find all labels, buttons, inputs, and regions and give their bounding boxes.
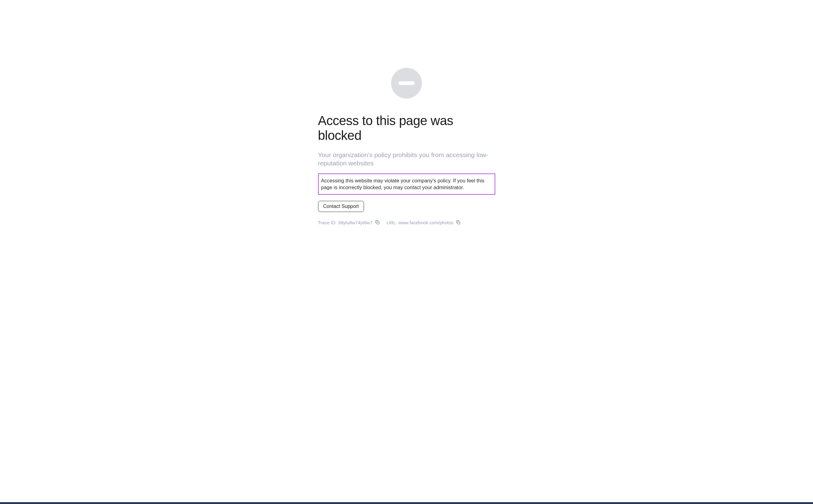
svg-rect-1 bbox=[458, 222, 460, 224]
url-label: URL: bbox=[387, 220, 398, 225]
page-subheading: Your organization's policy prohibits you… bbox=[318, 151, 495, 168]
blocked-page-container: Access to this page was blocked Your org… bbox=[0, 0, 813, 502]
copy-url-button[interactable] bbox=[456, 220, 461, 225]
description-highlight-box: Accessing this website may violate your … bbox=[318, 173, 495, 195]
copy-trace-id-button[interactable] bbox=[375, 220, 380, 225]
blocked-icon bbox=[391, 68, 422, 99]
copy-icon bbox=[375, 220, 380, 225]
trace-id-text: Trace ID: 38ytu8w74yt8w7 bbox=[318, 220, 372, 225]
svg-rect-0 bbox=[377, 222, 379, 224]
trace-id-value: 38ytu8w74yt8w7 bbox=[338, 220, 372, 225]
block-icon-wrapper bbox=[318, 68, 495, 99]
url-item: URL: www.facebook.com/photos bbox=[387, 220, 461, 225]
description-text: Accessing this website may violate your … bbox=[321, 177, 492, 191]
trace-id-label: Trace ID: bbox=[318, 220, 338, 225]
minus-icon bbox=[398, 81, 415, 85]
contact-support-button[interactable]: Contact Support bbox=[318, 201, 364, 212]
meta-row: Trace ID: 38ytu8w74yt8w7 URL: www.facebo… bbox=[318, 220, 495, 225]
url-value: www.facebook.com/photos bbox=[398, 220, 453, 225]
page-title: Access to this page was blocked bbox=[318, 113, 495, 143]
bottom-bar bbox=[0, 502, 813, 504]
content-wrapper: Access to this page was blocked Your org… bbox=[318, 68, 495, 225]
copy-icon bbox=[456, 220, 461, 225]
url-text: URL: www.facebook.com/photos bbox=[387, 220, 454, 225]
trace-id-item: Trace ID: 38ytu8w74yt8w7 bbox=[318, 220, 380, 225]
